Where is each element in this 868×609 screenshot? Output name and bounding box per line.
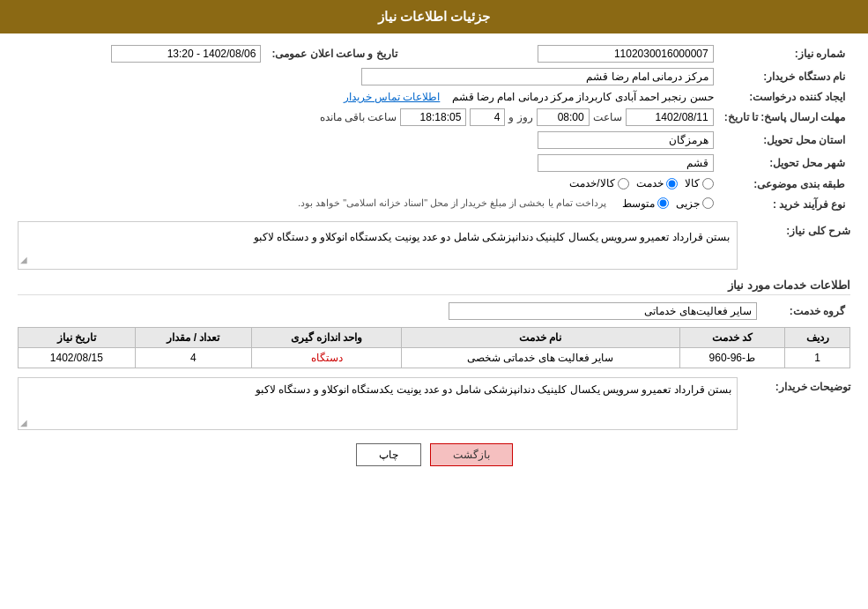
buyer-description-text: بستن قرارداد تعمیرو سرویس یکسال کلینیک د… (256, 383, 731, 396)
col-service-name: نام خدمت (402, 328, 680, 348)
buyer-description-label: توضیحات خریدار: (745, 377, 850, 393)
purchase-motavaset-radio[interactable] (657, 197, 669, 209)
col-unit: واحد اندازه گیری (252, 328, 402, 348)
services-header-row: ردیف کد خدمت نام خدمت واحد اندازه گیری ت… (19, 328, 850, 348)
need-description-row: شرح کلی نیاز: بستن قرارداد تعمیرو سرویس … (18, 221, 850, 270)
creator-label: ایجاد کننده درخواست: (719, 88, 850, 106)
announce-date-input[interactable] (111, 45, 261, 63)
row-province: استان محل تحویل: (18, 129, 850, 152)
page-header: جزئیات اطلاعات نیاز (0, 0, 868, 33)
announce-date-label: تاریخ و ساعت اعلان عمومی: (266, 42, 402, 65)
province-input[interactable] (538, 131, 714, 149)
deadline-time-label: ساعت (593, 111, 622, 123)
announce-date-value (18, 42, 266, 65)
service-group-input[interactable] (449, 302, 757, 320)
buyer-description-box: بستن قرارداد تعمیرو سرویس یکسال کلینیک د… (18, 377, 738, 430)
need-number-label: شماره نیاز: (719, 42, 850, 65)
row-need-number: شماره نیاز: تاریخ و ساعت اعلان عمومی: (18, 42, 850, 65)
deadline-label: مهلت ارسال پاسخ: تا تاریخ: (719, 106, 850, 129)
resize-handle: ◢ (20, 253, 27, 267)
buyer-description-row: توضیحات خریدار: بستن قرارداد تعمیرو سروی… (18, 377, 850, 430)
bottom-buttons: بازگشت چاپ (18, 443, 850, 466)
creator-value: حسن رنجبر احمد آبادی کاربرداز مرکز درمان… (18, 88, 719, 106)
need-description-box: بستن قرارداد تعمیرو سرویس یکسال کلینیک د… (18, 221, 738, 270)
print-button[interactable]: چاپ (356, 443, 421, 466)
content-area: شماره نیاز: تاریخ و ساعت اعلان عمومی: نا… (0, 33, 868, 484)
services-table-body: 1 ط-96-960 سایر فعالیت های خدماتی شخصی د… (19, 348, 850, 368)
col-row-num: ردیف (785, 328, 850, 348)
cell-date: 1402/08/15 (19, 348, 136, 368)
services-section-title: اطلاعات خدمات مورد نیاز (18, 279, 850, 295)
services-table: ردیف کد خدمت نام خدمت واحد اندازه گیری ت… (18, 327, 850, 368)
purchase-jozyi[interactable]: جزیی (676, 197, 714, 210)
need-description-label: شرح کلی نیاز: (745, 221, 850, 237)
buyer-org-label: نام دستگاه خریدار: (719, 65, 850, 88)
need-description-text: بستن قرارداد تعمیرو سرویس یکسال کلینیک د… (254, 231, 730, 243)
creator-contact-link[interactable]: اطلاعات تماس خریدار (344, 91, 441, 103)
purchase-type-note: پرداخت تمام یا بخشی از مبلغ خریدار از مح… (298, 197, 606, 209)
service-group-table: گروه خدمت: (18, 300, 850, 323)
cell-count: 4 (135, 348, 252, 368)
row-purchase-type: نوع فرآیند خرید : جزیی متوسط پرداخت تمام… (18, 195, 850, 215)
col-count: تعداد / مقدار (135, 328, 252, 348)
deadline-date-input[interactable] (626, 108, 714, 126)
category-options: کالا خدمت کالا/خدمت (18, 175, 719, 195)
category-kala-radio[interactable] (702, 178, 714, 189)
row-city: شهر محل تحویل: (18, 152, 850, 175)
need-number-value (429, 42, 719, 65)
col-date: تاریخ نیاز (19, 328, 136, 348)
deadline-values: ساعت روز و ساعت باقی مانده (18, 106, 719, 129)
category-kala[interactable]: کالا (685, 177, 714, 189)
row-deadline: مهلت ارسال پاسخ: تا تاریخ: ساعت روز و سا… (18, 106, 850, 129)
info-table: شماره نیاز: تاریخ و ساعت اعلان عمومی: نا… (18, 42, 850, 214)
col-service-code: کد خدمت (679, 328, 784, 348)
category-khedmat-radio[interactable] (666, 178, 678, 189)
service-group-label: گروه خدمت: (762, 300, 850, 323)
table-row: 1 ط-96-960 سایر فعالیت های خدماتی شخصی د… (19, 348, 850, 368)
buyer-resize-handle: ◢ (20, 418, 27, 427)
cell-service-name: سایر فعالیت های خدماتی شخصی (402, 348, 680, 368)
deadline-days-input[interactable] (470, 108, 505, 126)
city-value (18, 152, 719, 175)
row-creator: ایجاد کننده درخواست: حسن رنجبر احمد آباد… (18, 88, 850, 106)
cell-service-code: ط-96-960 (679, 348, 784, 368)
province-value (18, 129, 719, 152)
page-container: جزئیات اطلاعات نیاز شماره نیاز: تاریخ و … (0, 0, 868, 609)
cell-unit: دستگاه (252, 348, 402, 368)
province-label: استان محل تحویل: (719, 129, 850, 152)
cell-row-num: 1 (785, 348, 850, 368)
deadline-clock-label: ساعت باقی مانده (320, 111, 397, 123)
category-kala-khedmat[interactable]: کالا/خدمت (569, 177, 628, 189)
buyer-org-value (18, 65, 719, 88)
back-button[interactable]: بازگشت (430, 443, 513, 466)
purchase-jozyi-radio[interactable] (702, 197, 714, 209)
row-buyer-org: نام دستگاه خریدار: (18, 65, 850, 88)
category-kala-khedmat-radio[interactable] (618, 178, 629, 189)
buyer-org-input[interactable] (361, 68, 714, 85)
row-category: طبقه بندی موضوعی: کالا خدمت کالا/خدمت (18, 175, 850, 195)
service-group-row: گروه خدمت: (18, 300, 850, 323)
purchase-type-label: نوع فرآیند خرید : (719, 195, 850, 215)
services-table-head: ردیف کد خدمت نام خدمت واحد اندازه گیری ت… (19, 328, 850, 348)
category-khedmat[interactable]: خدمت (636, 177, 678, 189)
city-label: شهر محل تحویل: (719, 152, 850, 175)
service-group-value (18, 300, 762, 323)
category-label: طبقه بندی موضوعی: (719, 175, 850, 195)
creator-text: حسن رنجبر احمد آبادی کاربرداز مرکز درمان… (452, 91, 714, 103)
need-number-input[interactable] (538, 45, 714, 63)
deadline-clock-input[interactable] (400, 108, 466, 126)
purchase-type-options: جزیی متوسط پرداخت تمام یا بخشی از مبلغ خ… (18, 195, 719, 215)
city-input[interactable] (538, 154, 714, 172)
deadline-days-label: روز و (508, 111, 532, 123)
purchase-motavaset[interactable]: متوسط (622, 197, 669, 210)
deadline-time-input[interactable] (537, 108, 590, 126)
page-title: جزئیات اطلاعات نیاز (378, 9, 490, 24)
